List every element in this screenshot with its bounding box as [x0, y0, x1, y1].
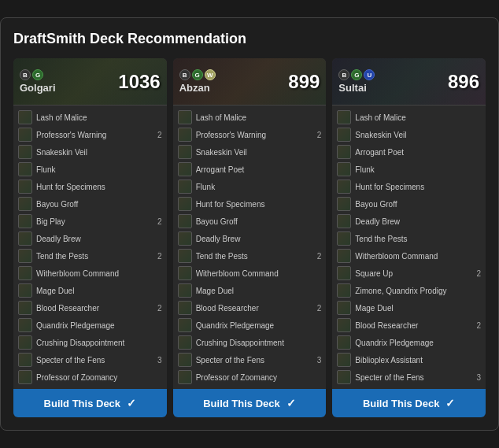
mana-green-icon: G [32, 69, 43, 80]
table-row: Blood Researcher2 [13, 299, 167, 317]
mana-green-icon: G [192, 69, 203, 80]
card-thumbnail [337, 301, 351, 315]
card-name: Crushing Disappointment [196, 339, 311, 347]
card-name: Snakeskin Veil [355, 131, 470, 139]
table-row: Crushing Disappointment [173, 334, 327, 351]
card-thumbnail [18, 266, 32, 280]
card-name: Bayou Groff [196, 217, 311, 226]
card-thumbnail [18, 353, 32, 367]
checkmark-icon: ✓ [127, 397, 136, 409]
mana-black-icon: B [338, 69, 349, 80]
table-row: Snakeskin Veil [173, 143, 327, 161]
card-thumbnail [18, 197, 32, 211]
card-thumbnail [337, 110, 351, 124]
card-thumbnail [178, 128, 192, 142]
build-btn-label: Build This Deck [363, 398, 440, 409]
card-count: 2 [473, 269, 481, 278]
table-row: Square Up2 [332, 265, 486, 282]
card-thumbnail [178, 110, 192, 124]
table-row: Lash of Malice [13, 109, 167, 126]
card-name: Blood Researcher [196, 304, 311, 313]
card-thumbnail [178, 180, 192, 194]
build-btn-label: Build This Deck [203, 398, 280, 409]
table-row: Bayou Groff [332, 195, 486, 213]
card-thumbnail [18, 110, 32, 124]
build-btn-label: Build This Deck [44, 398, 121, 409]
card-name: Hunt for Specimens [36, 183, 151, 191]
card-name: Crushing Disappointment [36, 339, 151, 347]
deck-col-sultai: BGUSultai896Lash of MaliceSnakeskin Veil… [332, 58, 486, 417]
build-deck-button-abzan[interactable]: Build This Deck✓ [173, 389, 327, 417]
card-name: Quandrix Pledgemage [196, 321, 311, 330]
table-row: Professor of Zoomancy [173, 368, 327, 386]
card-count: 3 [154, 356, 162, 365]
card-name: Witherbloom Command [355, 252, 470, 261]
card-thumbnail [18, 249, 32, 263]
card-thumbnail [337, 283, 351, 298]
card-thumbnail [178, 145, 192, 159]
card-name: Biblioplex Assistant [355, 356, 470, 365]
card-name: Big Play [36, 217, 151, 226]
card-count: 2 [313, 252, 321, 261]
card-name: Tend the Pests [355, 235, 470, 243]
card-thumbnail [337, 335, 351, 350]
card-name: Blood Researcher [355, 321, 470, 330]
table-row: Flunk [332, 161, 486, 178]
card-thumbnail [178, 266, 192, 280]
mana-green-icon: G [351, 69, 362, 80]
card-name: Blood Researcher [36, 304, 151, 313]
card-name: Flunk [355, 165, 470, 174]
table-row: Arrogant Poet [173, 161, 327, 178]
card-name: Hunt for Specimens [196, 200, 311, 209]
card-thumbnail [337, 370, 351, 384]
card-thumbnail [337, 180, 351, 194]
card-name: Square Up [355, 269, 470, 278]
table-row: Mage Duel [332, 299, 486, 317]
card-thumbnail [178, 301, 192, 315]
table-row: Witherbloom Command [13, 265, 167, 282]
table-row: Crushing Disappointment [13, 334, 167, 351]
table-row: Quandrix Pledgemage [173, 317, 327, 334]
table-row: Professor of Zoomancy [13, 368, 167, 386]
card-name: Witherbloom Command [36, 269, 151, 278]
card-thumbnail [178, 214, 192, 228]
card-thumbnail [178, 335, 192, 350]
table-row: Snakeskin Veil [13, 143, 167, 161]
card-thumbnail [18, 335, 32, 350]
deck-score-abzan: 899 [288, 71, 320, 93]
table-row: Lash of Malice [332, 109, 486, 126]
card-thumbnail [178, 283, 192, 298]
table-row: Biblioplex Assistant [332, 351, 486, 368]
card-count: 2 [154, 304, 162, 313]
table-row: Snakeskin Veil [332, 126, 486, 143]
card-name: Professor of Zoomancy [196, 373, 311, 382]
card-name: Arrogant Poet [196, 165, 311, 174]
card-thumbnail [18, 231, 32, 246]
card-name: Snakeskin Veil [36, 148, 151, 157]
build-deck-button-golgari[interactable]: Build This Deck✓ [13, 389, 167, 417]
card-name: Tend the Pests [36, 252, 151, 261]
card-name: Snakeskin Veil [196, 148, 311, 157]
card-name: Lash of Malice [36, 113, 151, 122]
table-row: Flunk [173, 178, 327, 195]
deck-header-sultai: BGUSultai896 [332, 58, 486, 106]
table-row: Bayou Groff [13, 195, 167, 213]
card-thumbnail [178, 197, 192, 211]
build-deck-button-sultai[interactable]: Build This Deck✓ [332, 389, 486, 417]
card-name: Lash of Malice [196, 113, 311, 122]
table-row: Specter of the Fens3 [332, 368, 486, 386]
table-row: Hunt for Specimens [173, 195, 327, 213]
card-name: Lash of Malice [355, 113, 470, 122]
card-thumbnail [337, 128, 351, 142]
mana-blue-icon: U [364, 69, 375, 80]
table-row: Blood Researcher2 [332, 317, 486, 334]
mana-black-icon: B [20, 69, 31, 80]
card-name: Specter of the Fens [36, 356, 151, 365]
card-name: Professor of Zoomancy [36, 373, 151, 382]
deck-header-golgari: BGGolgari1036 [13, 58, 167, 106]
card-count: 2 [154, 217, 162, 226]
decks-row: BGGolgari1036Lash of MaliceProfessor's W… [13, 58, 486, 417]
card-name: Deadly Brew [355, 217, 470, 226]
table-row: Quandrix Pledgemage [13, 317, 167, 334]
card-name: Zimone, Quandrix Prodigy [355, 287, 470, 295]
